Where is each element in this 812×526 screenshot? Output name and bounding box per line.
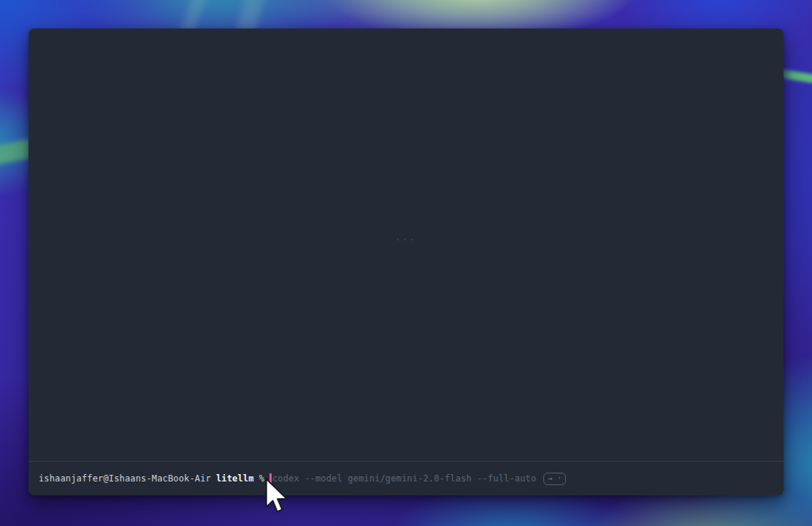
autosuggestion-text: codex --model gemini/gemini-2.0-flash --… bbox=[272, 473, 536, 484]
terminal-output-ellipsis: ··· bbox=[28, 235, 784, 245]
text-cursor bbox=[269, 473, 272, 484]
desktop-wallpaper: ··· ishaanjaffer@Ishaans-MacBook-Air lit… bbox=[0, 0, 812, 526]
suggestion-accept-badge: → · bbox=[543, 473, 566, 485]
prompt-directory: litellm bbox=[216, 473, 254, 484]
prompt-symbol: % bbox=[259, 473, 264, 484]
prompt-user-host: ishaanjaffer@Ishaans-MacBook-Air bbox=[39, 473, 211, 484]
terminal-window[interactable]: ··· ishaanjaffer@Ishaans-MacBook-Air lit… bbox=[28, 28, 784, 495]
terminal-output-area: ··· bbox=[28, 28, 784, 461]
terminal-prompt-row[interactable]: ishaanjaffer@Ishaans-MacBook-Air litellm… bbox=[28, 461, 784, 495]
